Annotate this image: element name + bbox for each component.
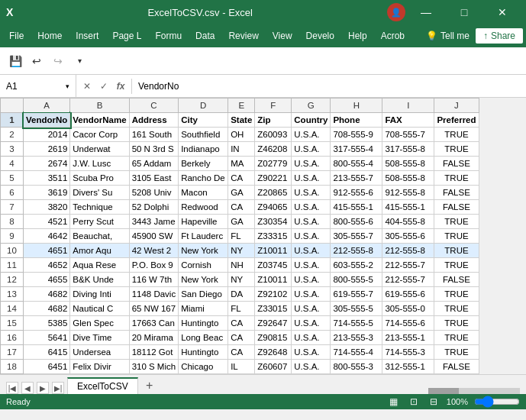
table-cell[interactable]: FALSE (434, 200, 479, 215)
table-cell[interactable]: FL (228, 302, 255, 316)
col-header-d[interactable]: D (179, 99, 228, 113)
table-cell[interactable]: 4652 (24, 258, 70, 273)
row-number[interactable]: 17 (1, 345, 24, 360)
table-cell[interactable]: IL (228, 360, 255, 374)
table-cell[interactable]: U.S.A. (292, 128, 331, 142)
table-cell[interactable]: TRUE (434, 229, 479, 244)
table-cell[interactable]: 317-555-4 (331, 142, 382, 157)
table-cell[interactable]: Technique (70, 200, 129, 215)
tab-last-button[interactable]: ▶| (52, 382, 64, 394)
table-cell[interactable]: Scuba Pro (70, 171, 129, 186)
table-cell[interactable]: 5385 (24, 316, 70, 331)
table-cell[interactable]: U.S.A. (292, 345, 331, 360)
table-cell[interactable]: 508-555-8 (382, 157, 434, 171)
row-number[interactable]: 2 (1, 128, 24, 142)
table-cell[interactable]: Zip (255, 113, 292, 128)
table-cell[interactable]: 4651 (24, 244, 70, 258)
table-cell[interactable]: 2674 (24, 157, 70, 171)
table-cell[interactable]: City (179, 113, 228, 128)
redo-button[interactable]: ↪ (49, 52, 67, 70)
table-cell[interactable]: 305-555-6 (382, 229, 434, 244)
table-cell[interactable]: 5208 Univ (129, 186, 179, 200)
table-cell[interactable]: TRUE (434, 345, 479, 360)
table-cell[interactable]: TRUE (434, 258, 479, 273)
table-cell[interactable]: 619-555-7 (331, 287, 382, 302)
table-cell[interactable]: Z20865 (255, 186, 292, 200)
table-cell[interactable]: 212-555-7 (382, 273, 434, 287)
name-box-dropdown[interactable]: ▾ (66, 82, 69, 90)
table-cell[interactable]: 50 N 3rd S (129, 142, 179, 157)
table-cell[interactable]: Z92648 (255, 345, 292, 360)
table-cell[interactable]: Z10011 (255, 244, 292, 258)
table-cell[interactable]: Redwood (179, 200, 228, 215)
menu-data[interactable]: Data (189, 27, 221, 44)
table-cell[interactable]: 714-555-4 (331, 345, 382, 360)
page-layout-view-button[interactable]: ⊡ (407, 395, 421, 409)
table-cell[interactable]: Divers' Su (70, 186, 129, 200)
table-cell[interactable]: Macon (179, 186, 228, 200)
table-cell[interactable]: 65 NW 167 (129, 302, 179, 316)
table-cell[interactable]: 912-555-6 (331, 186, 382, 200)
row-number[interactable]: 13 (1, 287, 24, 302)
table-cell[interactable]: Undersea (70, 345, 129, 360)
table-cell[interactable]: 212-555-8 (331, 244, 382, 258)
table-cell[interactable]: NY (228, 244, 255, 258)
col-header-c[interactable]: C (129, 99, 179, 113)
table-cell[interactable]: IN (228, 142, 255, 157)
table-cell[interactable]: Z33315 (255, 229, 292, 244)
table-cell[interactable]: U.S.A. (292, 258, 331, 273)
table-cell[interactable]: 18112 Got (129, 345, 179, 360)
table-cell[interactable]: 6415 (24, 345, 70, 360)
table-cell[interactable]: Phone (331, 113, 382, 128)
table-cell[interactable]: 5641 (24, 331, 70, 345)
col-header-e[interactable]: E (228, 99, 255, 113)
table-cell[interactable]: 161 South (129, 128, 179, 142)
table-cell[interactable]: 4642 (24, 229, 70, 244)
menu-help[interactable]: Help (342, 27, 373, 44)
table-cell[interactable]: Hapeville (179, 215, 228, 229)
row-number[interactable]: 7 (1, 200, 24, 215)
table-cell[interactable]: 65 Addam (129, 157, 179, 171)
table-cell[interactable]: B&K Unde (70, 273, 129, 287)
table-cell[interactable]: TRUE (434, 171, 479, 186)
tell-me[interactable]: 💡 Tell me (426, 31, 470, 41)
table-cell[interactable]: U.S.A. (292, 215, 331, 229)
table-cell[interactable]: Z94065 (255, 200, 292, 215)
row-number[interactable]: 8 (1, 215, 24, 229)
table-cell[interactable]: 708-555-7 (382, 128, 434, 142)
save-button[interactable]: 💾 (6, 52, 24, 70)
table-cell[interactable]: San Diego (179, 287, 228, 302)
table-cell[interactable]: U.S.A. (292, 331, 331, 345)
row-number[interactable]: 3 (1, 142, 24, 157)
menu-acrobat[interactable]: Acrob (375, 27, 411, 44)
table-cell[interactable]: 17663 Can (129, 316, 179, 331)
table-cell[interactable]: 213-555-1 (382, 331, 434, 345)
table-cell[interactable]: 213-555-3 (331, 331, 382, 345)
table-cell[interactable]: U.S.A. (292, 316, 331, 331)
table-cell[interactable]: 3511 (24, 171, 70, 186)
table-cell[interactable]: Huntingto (179, 345, 228, 360)
cancel-formula-icon[interactable]: ✕ (79, 79, 95, 94)
table-cell[interactable]: FALSE (434, 273, 479, 287)
table-cell[interactable]: FL (228, 229, 255, 244)
table-cell[interactable]: Berkely (179, 157, 228, 171)
table-cell[interactable]: Felix Divir (70, 360, 129, 374)
row-number[interactable]: 11 (1, 258, 24, 273)
table-cell[interactable]: CA (228, 331, 255, 345)
table-cell[interactable]: U.S.A. (292, 244, 331, 258)
undo-button[interactable]: ↩ (27, 52, 46, 70)
table-cell[interactable]: GA (228, 215, 255, 229)
table-cell[interactable]: Diving Inti (70, 287, 129, 302)
menu-file[interactable]: File (3, 27, 30, 44)
table-cell[interactable]: Z30354 (255, 215, 292, 229)
row-number[interactable]: 9 (1, 229, 24, 244)
table-cell[interactable]: Rancho De (179, 171, 228, 186)
col-header-g[interactable]: G (292, 99, 331, 113)
table-cell[interactable]: 52 Dolphi (129, 200, 179, 215)
table-cell[interactable]: U.S.A. (292, 142, 331, 157)
table-cell[interactable]: TRUE (434, 331, 479, 345)
close-button[interactable]: ✕ (485, 0, 520, 24)
table-cell[interactable]: U.S.A. (292, 229, 331, 244)
col-header-h[interactable]: H (331, 99, 382, 113)
table-cell[interactable]: Perry Scut (70, 215, 129, 229)
